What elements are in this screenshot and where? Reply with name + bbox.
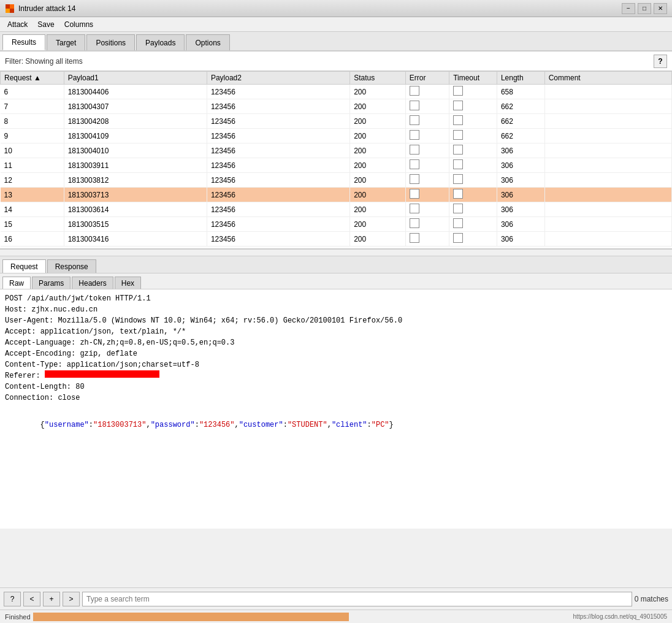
checkbox[interactable] — [453, 115, 463, 125]
col-payload2[interactable]: Payload2 — [207, 72, 349, 85]
sub-tab-bar: Raw Params Headers Hex — [0, 273, 672, 289]
tab-payloads[interactable]: Payloads — [136, 34, 185, 50]
checkbox[interactable] — [453, 101, 463, 110]
title-bar: Intruder attack 14 − □ ✕ — [0, 0, 672, 17]
tab-options[interactable]: Options — [186, 34, 229, 50]
checkbox[interactable] — [410, 189, 419, 199]
col-length[interactable]: Length — [497, 72, 544, 85]
request-line-content-length: Content-Length: 80 — [5, 381, 667, 392]
checkbox[interactable] — [453, 159, 463, 169]
checkbox[interactable] — [453, 204, 463, 213]
checkbox[interactable] — [410, 145, 419, 155]
request-line-referer: Referer: — [5, 370, 667, 381]
close-button[interactable]: ✕ — [654, 3, 667, 14]
status-link: https://blog.csdn.net/qq_49015005 — [351, 613, 667, 620]
col-timeout[interactable]: Timeout — [449, 72, 497, 85]
menu-save[interactable]: Save — [32, 19, 59, 30]
help-button[interactable]: ? — [4, 592, 21, 606]
svg-rect-1 — [10, 4, 14, 9]
matches-label: 0 matches — [635, 595, 668, 603]
request-line-accept-lang: Accept-Language: zh-CN,zh;q=0.8,en-US;q=… — [5, 337, 667, 348]
checkbox[interactable] — [453, 130, 463, 140]
table-row[interactable]: 141813003614123456200306 — [1, 202, 672, 217]
bottom-search-bar: ? < + > 0 matches — [0, 587, 672, 610]
request-line-accept: Accept: application/json, text/plain, */… — [5, 326, 667, 337]
tab-results[interactable]: Results — [2, 34, 45, 50]
checkbox[interactable] — [410, 233, 419, 243]
table-row[interactable]: 151813003515123456200306 — [1, 217, 672, 232]
filter-bar: Filter: Showing all items ? — [0, 52, 672, 71]
splitter[interactable] — [0, 249, 672, 256]
checkbox[interactable] — [410, 218, 419, 228]
col-request[interactable]: Request ▲ — [1, 72, 64, 85]
maximize-button[interactable]: □ — [638, 3, 651, 14]
table-row[interactable]: 101813004010123456200306 — [1, 143, 672, 158]
table-header-row: Request ▲ Payload1 Payload2 Status Error… — [1, 72, 672, 85]
main-window: Intruder attack 14 − □ ✕ Attack Save Col… — [0, 0, 672, 623]
sub-tab-raw[interactable]: Raw — [2, 277, 31, 289]
col-comment[interactable]: Comment — [544, 72, 671, 85]
table-row[interactable]: 111813003911123456200306 — [1, 158, 672, 173]
req-resp-tab-bar: Request Response — [0, 256, 672, 273]
window-controls: − □ ✕ — [622, 3, 667, 14]
request-line-accept-enc: Accept-Encoding: gzip, deflate — [5, 348, 667, 359]
checkbox[interactable] — [453, 145, 463, 155]
next-word-button[interactable]: + — [43, 592, 60, 606]
status-text: Finished — [5, 613, 31, 621]
status-bar: Finished https://blog.csdn.net/qq_490150… — [0, 610, 672, 623]
tab-response[interactable]: Response — [47, 259, 96, 273]
menu-attack[interactable]: Attack — [2, 19, 32, 30]
request-line-method: POST /api/auth/jwt/token HTTP/1.1 — [5, 293, 667, 304]
col-payload1[interactable]: Payload1 — [64, 72, 207, 85]
referer-redacted — [45, 370, 159, 378]
checkbox[interactable] — [410, 101, 419, 110]
prev-button[interactable]: < — [23, 592, 40, 606]
menu-bar: Attack Save Columns — [0, 17, 672, 32]
window-title: Intruder attack 14 — [18, 4, 622, 13]
checkbox[interactable] — [410, 115, 419, 125]
tab-positions[interactable]: Positions — [86, 34, 135, 50]
checkbox[interactable] — [453, 86, 463, 96]
checkbox[interactable] — [410, 86, 419, 96]
checkbox[interactable] — [410, 159, 419, 169]
filter-label: Filter: Showing all items — [5, 57, 649, 66]
main-tab-bar: Results Target Positions Payloads Option… — [0, 32, 672, 52]
col-error[interactable]: Error — [405, 72, 449, 85]
request-line-content-type: Content-Type: application/json;charset=u… — [5, 359, 667, 370]
checkbox[interactable] — [453, 189, 463, 199]
tab-request[interactable]: Request — [2, 259, 46, 273]
col-status[interactable]: Status — [350, 72, 406, 85]
checkbox[interactable] — [410, 174, 419, 184]
table-row[interactable]: 121813003812123456200306 — [1, 173, 672, 188]
table-row[interactable]: 61813004406123456200658 — [1, 85, 672, 99]
request-line-host: Host: zjhx.nuc.edu.cn — [5, 304, 667, 315]
checkbox[interactable] — [453, 174, 463, 184]
menu-columns[interactable]: Columns — [59, 19, 98, 30]
request-line-useragent: User-Agent: Mozilla/5.0 (Windows NT 10.0… — [5, 315, 667, 326]
table-row[interactable]: 161813003416123456200306 — [1, 232, 672, 247]
checkbox[interactable] — [410, 204, 419, 213]
table-row[interactable]: 81813004208123456200662 — [1, 114, 672, 129]
table-row[interactable]: 71813004307123456200662 — [1, 99, 672, 114]
search-input[interactable] — [82, 592, 632, 606]
minimize-button[interactable]: − — [622, 3, 635, 14]
table-row[interactable]: 131813003713123456200306 — [1, 188, 672, 202]
req-resp-panel: Request Response Raw Params Headers Hex … — [0, 256, 672, 529]
checkbox[interactable] — [453, 233, 463, 243]
checkbox[interactable] — [453, 218, 463, 228]
sub-tab-hex[interactable]: Hex — [115, 277, 141, 289]
sub-tab-headers[interactable]: Headers — [72, 277, 113, 289]
table-row[interactable]: 91813004109123456200662 — [1, 129, 672, 143]
next-button[interactable]: > — [63, 592, 80, 606]
request-line-connection: Connection: close — [5, 392, 667, 403]
results-table-container[interactable]: Request ▲ Payload1 Payload2 Status Error… — [0, 71, 672, 249]
results-table: Request ▲ Payload1 Payload2 Status Error… — [0, 71, 672, 247]
filter-help-button[interactable]: ? — [654, 55, 667, 68]
svg-rect-0 — [6, 4, 10, 9]
checkbox[interactable] — [410, 130, 419, 140]
status-progress-bar — [33, 613, 349, 621]
svg-rect-3 — [10, 9, 14, 13]
tab-target[interactable]: Target — [47, 34, 85, 50]
sub-tab-params[interactable]: Params — [32, 277, 71, 289]
request-content: POST /api/auth/jwt/token HTTP/1.1 Host: … — [0, 289, 672, 529]
